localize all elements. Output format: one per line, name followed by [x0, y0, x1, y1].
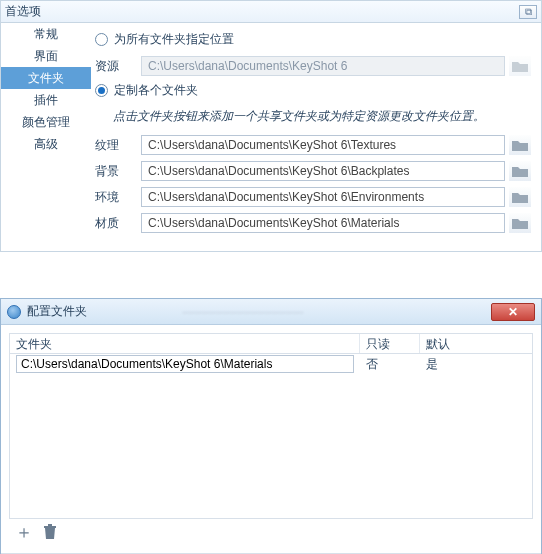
radio-all-label: 为所有文件夹指定位置 — [114, 31, 234, 48]
material-label: 材质 — [95, 215, 141, 232]
resource-browse-button — [509, 56, 531, 76]
configure-title: 配置文件夹 — [27, 303, 182, 320]
sidebar-item-label: 界面 — [34, 48, 58, 65]
background-browse-button[interactable] — [509, 161, 531, 181]
table-header: 文件夹 只读 默认 — [10, 334, 532, 354]
environment-input[interactable]: C:\Users\dana\Documents\KeyShot 6\Enviro… — [141, 187, 505, 207]
folder-icon — [512, 217, 528, 229]
delete-button[interactable] — [41, 523, 59, 541]
close-button[interactable]: ✕ — [491, 303, 535, 321]
texture-label: 纹理 — [95, 137, 141, 154]
background-input[interactable]: C:\Users\dana\Documents\KeyShot 6\Backpl… — [141, 161, 505, 181]
texture-browse-button[interactable] — [509, 135, 531, 155]
hint-text: 点击文件夹按钮来添加一个共享文件夹或为特定资源更改文件夹位置。 — [113, 107, 531, 125]
titlebar-blur: ········································… — [182, 305, 491, 319]
background-label: 背景 — [95, 163, 141, 180]
table-toolbar: ＋ — [9, 519, 533, 545]
background-row: 背景 C:\Users\dana\Documents\KeyShot 6\Bac… — [95, 161, 531, 181]
texture-input[interactable]: C:\Users\dana\Documents\KeyShot 6\Textur… — [141, 135, 505, 155]
radio-all-row: 为所有文件夹指定位置 — [95, 31, 531, 48]
path-input[interactable] — [16, 355, 354, 373]
sidebar-item-folders[interactable]: 文件夹 — [1, 67, 91, 89]
col-folder[interactable]: 文件夹 — [10, 334, 360, 353]
environment-label: 环境 — [95, 189, 141, 206]
trash-icon — [43, 524, 57, 540]
sidebar-item-label: 文件夹 — [28, 70, 64, 87]
app-icon — [7, 305, 21, 319]
folder-icon — [512, 139, 528, 151]
sidebar-item-color[interactable]: 颜色管理 — [1, 111, 91, 133]
cell-default: 是 — [420, 356, 532, 373]
sidebar-item-label: 插件 — [34, 92, 58, 109]
resource-label: 资源 — [95, 58, 141, 75]
material-browse-button[interactable] — [509, 213, 531, 233]
preferences-titlebar: 首选项 ⧉ — [1, 1, 541, 23]
radio-custom[interactable] — [95, 84, 108, 97]
table-row[interactable]: 否 是 — [10, 354, 532, 374]
add-button[interactable]: ＋ — [15, 523, 33, 541]
preferences-body: 常规 界面 文件夹 插件 颜色管理 高级 为所有文件夹指定位置 资源 C:\Us… — [1, 23, 541, 251]
resource-row: 资源 C:\Users\dana\Documents\KeyShot 6 — [95, 56, 531, 76]
preferences-window: 首选项 ⧉ 常规 界面 文件夹 插件 颜色管理 高级 为所有文件夹指定位置 资源… — [0, 0, 542, 252]
texture-row: 纹理 C:\Users\dana\Documents\KeyShot 6\Tex… — [95, 135, 531, 155]
sidebar-item-general[interactable]: 常规 — [1, 23, 91, 45]
sidebar-item-label: 高级 — [34, 136, 58, 153]
col-readonly[interactable]: 只读 — [360, 334, 420, 353]
configure-folder-dialog: 配置文件夹 ··································… — [0, 298, 542, 554]
radio-custom-row: 定制各个文件夹 — [95, 82, 531, 99]
folder-icon — [512, 60, 528, 72]
folder-icon — [512, 191, 528, 203]
configure-titlebar: 配置文件夹 ··································… — [1, 299, 541, 325]
sidebar-item-interface[interactable]: 界面 — [1, 45, 91, 67]
sidebar-item-advanced[interactable]: 高级 — [1, 133, 91, 155]
cell-readonly: 否 — [360, 356, 420, 373]
sidebar-item-label: 颜色管理 — [22, 114, 70, 131]
sidebar: 常规 界面 文件夹 插件 颜色管理 高级 — [1, 23, 91, 251]
sidebar-item-label: 常规 — [34, 26, 58, 43]
folder-icon — [512, 165, 528, 177]
preferences-title: 首选项 — [5, 3, 519, 20]
sidebar-item-plugins[interactable]: 插件 — [1, 89, 91, 111]
cell-path — [10, 355, 360, 373]
folder-table: 文件夹 只读 默认 否 是 — [9, 333, 533, 519]
material-row: 材质 C:\Users\dana\Documents\KeyShot 6\Mat… — [95, 213, 531, 233]
environment-browse-button[interactable] — [509, 187, 531, 207]
configure-body: 文件夹 只读 默认 否 是 ＋ — [1, 325, 541, 553]
radio-custom-label: 定制各个文件夹 — [114, 82, 198, 99]
material-input[interactable]: C:\Users\dana\Documents\KeyShot 6\Materi… — [141, 213, 505, 233]
col-default[interactable]: 默认 — [420, 334, 532, 353]
collapse-button[interactable]: ⧉ — [519, 5, 537, 19]
radio-all[interactable] — [95, 33, 108, 46]
content-panel: 为所有文件夹指定位置 资源 C:\Users\dana\Documents\Ke… — [91, 23, 541, 251]
environment-row: 环境 C:\Users\dana\Documents\KeyShot 6\Env… — [95, 187, 531, 207]
table-body: 否 是 — [10, 354, 532, 518]
resource-input: C:\Users\dana\Documents\KeyShot 6 — [141, 56, 505, 76]
